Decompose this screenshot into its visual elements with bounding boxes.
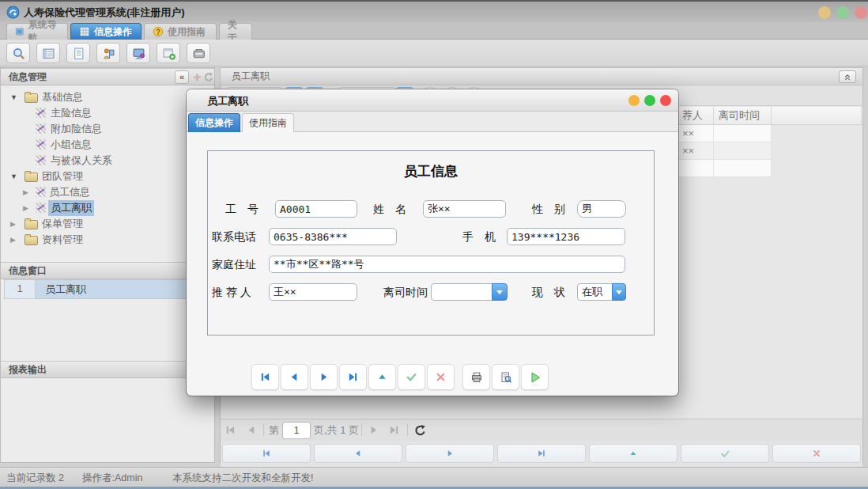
tree-label[interactable]: 团队管理: [42, 169, 83, 184]
dialog-tab-user-guide[interactable]: 使用指南: [242, 113, 294, 132]
pager-next-icon[interactable]: [368, 424, 379, 436]
tree-label[interactable]: 附加险信息: [51, 121, 102, 137]
emp-no-input[interactable]: [275, 200, 357, 218]
folder-icon: [25, 220, 38, 229]
gender-input[interactable]: [577, 200, 626, 218]
next-record-button[interactable]: [406, 444, 494, 463]
status-dropdown-button[interactable]: [612, 283, 626, 301]
document-button[interactable]: [66, 43, 90, 63]
tab-about[interactable]: 关于: [219, 23, 252, 40]
tree-item-main-insurance[interactable]: 主险信息: [1, 105, 214, 121]
add-icon[interactable]: [192, 72, 202, 82]
cancel-button[interactable]: [772, 444, 861, 463]
tree-label-selected[interactable]: 员工离职: [48, 200, 94, 216]
phone-input[interactable]: [269, 228, 397, 245]
tree-item-policy-mgmt[interactable]: ▶ 保单管理: [1, 216, 214, 232]
maximize-button[interactable]: [836, 6, 849, 19]
report-output-panel-header[interactable]: 报表输出: [1, 361, 214, 378]
form-title: 员工信息: [207, 162, 655, 180]
edit-record-button[interactable]: [589, 444, 677, 463]
address-input[interactable]: [269, 256, 625, 273]
minimize-button[interactable]: [818, 6, 831, 19]
prev-record-button[interactable]: [314, 444, 402, 463]
monitor-button[interactable]: [126, 43, 150, 63]
tree-label[interactable]: 主险信息: [51, 105, 92, 121]
expander-right-icon[interactable]: ▶: [10, 232, 16, 248]
tab-system-nav[interactable]: 系统导航: [6, 23, 68, 40]
first-record-button[interactable]: [222, 444, 311, 463]
confirm-button[interactable]: [681, 444, 769, 463]
mobile-input[interactable]: [507, 228, 625, 245]
grid-cell: ××: [677, 142, 714, 159]
grid-column-leave-date[interactable]: 离司时间: [714, 107, 772, 124]
dialog-next-button[interactable]: [310, 364, 338, 390]
tree-item-data-mgmt[interactable]: ▶ 资料管理: [1, 232, 214, 248]
leave-date-dropdown-button[interactable]: [492, 283, 508, 301]
dialog-confirm-button[interactable]: [398, 364, 425, 390]
dialog-minimize-button[interactable]: [628, 95, 640, 106]
search-button[interactable]: [6, 43, 30, 63]
name-input[interactable]: [423, 200, 506, 218]
pager-refresh-icon[interactable]: [413, 424, 426, 437]
chevron-down-icon: [496, 290, 503, 294]
tree-item-base-info[interactable]: ▼ 基础信息: [1, 89, 214, 105]
status-input[interactable]: [577, 283, 613, 301]
tree-label[interactable]: 保单管理: [42, 216, 83, 232]
last-record-button[interactable]: [497, 444, 586, 463]
tree-item-employee-resign[interactable]: ▶ 员工离职: [1, 200, 214, 216]
dialog-title: 员工离职: [207, 94, 248, 108]
expander-right-icon[interactable]: ▶: [10, 216, 16, 232]
collapse-panel-button[interactable]: [839, 70, 856, 83]
tab-user-guide[interactable]: 使用指南: [144, 23, 217, 40]
tree-item-team-mgmt[interactable]: ▼ 团队管理: [1, 169, 214, 184]
expander-down-icon[interactable]: ▼: [10, 169, 17, 184]
archive-icon: [192, 47, 206, 60]
archive-button[interactable]: [187, 43, 210, 63]
tree-label[interactable]: 小组信息: [51, 137, 92, 153]
pager-prev-icon[interactable]: [246, 424, 258, 436]
tree-label[interactable]: 基础信息: [42, 89, 83, 105]
pager-last-icon[interactable]: [388, 424, 400, 436]
collapse-sidebar-button[interactable]: «: [175, 70, 189, 84]
tree-item-rider-insurance[interactable]: 附加险信息: [1, 121, 214, 137]
tab-info-operation[interactable]: 信息操作: [70, 23, 142, 40]
referrer-input[interactable]: [269, 283, 357, 301]
info-window-row[interactable]: 1 员工离职: [4, 279, 213, 299]
info-window-panel-header[interactable]: 信息窗口: [1, 262, 214, 279]
printer-icon: [470, 371, 483, 384]
pager-first-icon[interactable]: [225, 424, 236, 436]
window-add-button[interactable]: [157, 43, 180, 63]
last-icon: [537, 449, 546, 458]
grid-column-referrer[interactable]: 荐人: [677, 107, 714, 124]
dialog-titlebar[interactable]: 员工离职: [187, 89, 678, 112]
dialog-print-preview-button[interactable]: [492, 364, 519, 390]
tree-item-employee-info[interactable]: ▶ 员工信息: [1, 184, 214, 200]
dialog-prev-button[interactable]: [281, 364, 308, 390]
tree-item-group-info[interactable]: 小组信息: [1, 137, 214, 153]
tree-label[interactable]: 资料管理: [42, 232, 83, 248]
dialog-cancel-button[interactable]: [427, 364, 455, 390]
person-report-button[interactable]: [96, 43, 120, 63]
table-view-button[interactable]: [36, 43, 60, 63]
expander-right-icon[interactable]: ▶: [23, 200, 28, 216]
page-number-input[interactable]: [282, 422, 311, 439]
tool-icon: [36, 187, 46, 197]
dialog-last-button[interactable]: [339, 364, 367, 390]
expander-right-icon[interactable]: ▶: [23, 184, 28, 200]
expander-down-icon[interactable]: ▼: [10, 89, 17, 105]
dialog-close-button[interactable]: [660, 95, 671, 106]
divider: [407, 423, 408, 436]
dialog-run-button[interactable]: [521, 364, 549, 390]
dialog-edit-button[interactable]: [368, 364, 396, 390]
tree-item-insured-relation[interactable]: 与被保人关系: [1, 153, 214, 169]
dialog-tab-info-operation[interactable]: 信息操作: [188, 113, 240, 132]
dialog-print-button[interactable]: [462, 364, 490, 390]
refresh-icon[interactable]: [203, 72, 213, 82]
close-button[interactable]: [855, 6, 867, 19]
dialog-first-button[interactable]: [251, 364, 279, 390]
dialog-maximize-button[interactable]: [644, 95, 655, 106]
leave-date-input[interactable]: [431, 283, 492, 301]
tree-label[interactable]: 员工信息: [49, 184, 90, 200]
tree-label[interactable]: 与被保人关系: [51, 153, 112, 169]
info-mgmt-panel-header[interactable]: 信息管理 «: [1, 68, 214, 85]
